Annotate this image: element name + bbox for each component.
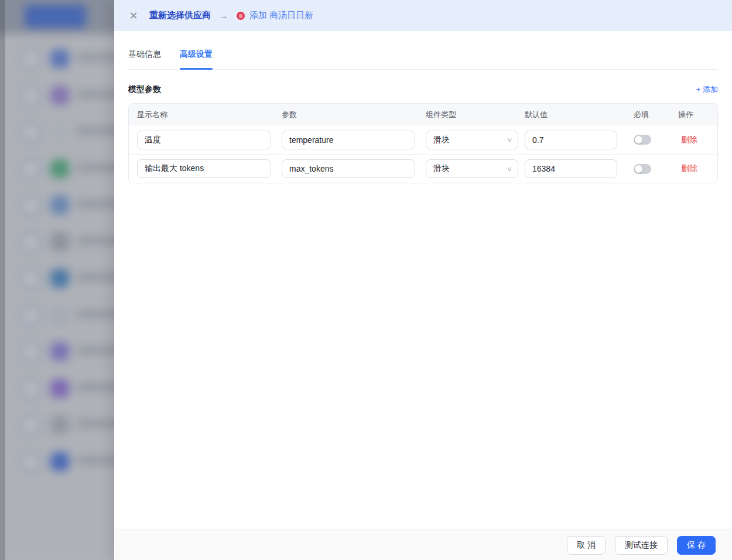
modal-overlay[interactable] [0, 0, 114, 560]
required-toggle[interactable] [634, 135, 651, 145]
empty-body-space [114, 183, 732, 530]
cancel-button[interactable]: 取 消 [567, 536, 606, 555]
model-params-table: 显示名称 参数 组件类型 默认值 必填 操作 滑块 ∨ 删除 滑块 ∨ [128, 103, 718, 183]
tab-bar: 基础信息 高级设置 [128, 31, 718, 70]
arrow-right-icon: → [219, 11, 228, 21]
default-value-input[interactable] [525, 159, 617, 178]
window-edge [0, 0, 5, 560]
param-input[interactable] [282, 159, 415, 178]
tab-advanced-settings[interactable]: 高级设置 [180, 49, 213, 69]
default-value-input[interactable] [525, 131, 617, 149]
drawer-footer: 取 消 测试连接 保 存 [114, 530, 732, 560]
chevron-down-icon: ∨ [506, 165, 512, 173]
save-button[interactable]: 保 存 [677, 536, 716, 555]
component-type-select[interactable]: 滑块 ∨ [426, 131, 518, 149]
table-row: 滑块 ∨ 删除 [129, 154, 717, 183]
col-header-action: 操作 [670, 110, 717, 120]
drawer-header: ✕ 重新选择供应商 → 添加 商汤日日新 [114, 0, 732, 31]
display-name-input[interactable] [137, 159, 271, 178]
col-header-required: 必填 [625, 110, 670, 120]
provider-logo-icon [237, 12, 245, 20]
required-toggle[interactable] [634, 164, 651, 174]
test-connection-button[interactable]: 测试连接 [615, 536, 668, 555]
page-backdrop [0, 0, 114, 560]
param-input[interactable] [282, 131, 415, 149]
col-header-default-value: 默认值 [516, 110, 625, 120]
tab-basic-info[interactable]: 基础信息 [128, 49, 161, 69]
col-header-component-type: 组件类型 [418, 110, 516, 120]
display-name-input[interactable] [137, 131, 271, 149]
table-header-row: 显示名称 参数 组件类型 默认值 必填 操作 [129, 104, 717, 125]
component-type-select[interactable]: 滑块 ∨ [426, 159, 518, 178]
provider-config-drawer: ✕ 重新选择供应商 → 添加 商汤日日新 基础信息 高级设置 模型参数 + 添加… [114, 0, 732, 560]
delete-row-button[interactable]: 删除 [670, 163, 717, 174]
col-header-display-name: 显示名称 [129, 110, 273, 120]
model-params-section-head: 模型参数 + 添加 [128, 84, 718, 95]
close-icon[interactable]: ✕ [128, 11, 139, 21]
col-header-param: 参数 [273, 110, 418, 120]
component-type-value: 滑块 [433, 163, 450, 174]
delete-row-button[interactable]: 删除 [670, 135, 717, 145]
table-row: 滑块 ∨ 删除 [129, 125, 717, 154]
component-type-value: 滑块 [433, 135, 450, 145]
model-params-title: 模型参数 [128, 84, 161, 95]
drawer-title-primary[interactable]: 重新选择供应商 [149, 10, 211, 21]
add-param-button[interactable]: + 添加 [696, 84, 718, 95]
drawer-title-secondary: 添加 商汤日日新 [249, 10, 313, 21]
chevron-down-icon: ∨ [506, 136, 512, 144]
